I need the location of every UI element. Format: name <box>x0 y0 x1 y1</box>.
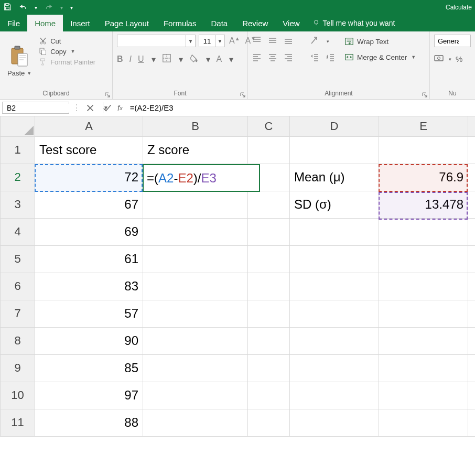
cell[interactable] <box>143 273 248 300</box>
format-painter-button[interactable]: Format Painter <box>39 58 95 66</box>
cell[interactable] <box>248 409 290 436</box>
cell[interactable] <box>379 354 468 382</box>
enter-formula-button[interactable] <box>99 100 115 116</box>
copy-button[interactable]: Copy▼ <box>39 47 95 56</box>
formula-input[interactable]: =(A2-E2)/E3 <box>127 100 475 116</box>
borders-button[interactable] <box>162 53 171 65</box>
cell[interactable] <box>248 382 290 409</box>
cell[interactable] <box>290 354 379 382</box>
cell[interactable]: 90 <box>35 327 143 354</box>
cell[interactable] <box>379 273 468 300</box>
currency-icon[interactable] <box>434 53 444 64</box>
cell[interactable] <box>290 136 379 164</box>
cell[interactable]: Test score <box>35 136 143 164</box>
align-right-icon[interactable] <box>284 52 293 64</box>
cell[interactable] <box>468 354 476 382</box>
cell[interactable] <box>248 136 290 164</box>
font-size-combo[interactable]: ▼ <box>199 35 225 47</box>
cell[interactable] <box>248 191 290 218</box>
cell[interactable]: Mean (μ) <box>290 164 379 191</box>
cell[interactable] <box>143 409 248 436</box>
tab-view[interactable]: View <box>275 15 307 31</box>
chevron-down-icon[interactable]: ▼ <box>215 35 224 47</box>
cell[interactable] <box>143 191 248 218</box>
col-header-b[interactable]: B <box>143 116 248 136</box>
font-size-input[interactable] <box>199 35 215 47</box>
cell[interactable] <box>468 300 476 327</box>
cell[interactable] <box>248 245 290 273</box>
col-header-c[interactable]: C <box>248 116 290 136</box>
cell[interactable] <box>143 218 248 245</box>
cell[interactable] <box>143 354 248 382</box>
cell[interactable] <box>468 409 476 436</box>
wrap-text-button[interactable]: Wrap Text <box>344 37 416 46</box>
cell[interactable] <box>290 300 379 327</box>
cell[interactable] <box>468 245 476 273</box>
cell[interactable]: 83 <box>35 273 143 300</box>
cell[interactable] <box>379 327 468 354</box>
align-center-icon[interactable] <box>268 52 277 64</box>
clipboard-launcher-icon[interactable] <box>104 91 111 97</box>
cell[interactable]: 97 <box>35 382 143 409</box>
cell[interactable] <box>468 327 476 354</box>
cell[interactable] <box>379 409 468 436</box>
font-color-button[interactable]: A <box>217 55 222 64</box>
row-header[interactable]: 6 <box>1 273 35 300</box>
row-header[interactable]: 8 <box>1 327 35 354</box>
row-header[interactable]: 7 <box>1 300 35 327</box>
align-middle-icon[interactable] <box>268 36 277 47</box>
align-top-icon[interactable] <box>252 36 262 47</box>
tell-me-search[interactable]: Tell me what you want <box>307 15 395 31</box>
undo-dropdown-icon[interactable]: ▾ <box>35 5 37 10</box>
grow-font-icon[interactable]: A▲ <box>228 36 241 46</box>
col-header-a[interactable]: A <box>35 116 143 136</box>
cell[interactable] <box>468 191 476 218</box>
tab-file[interactable]: File <box>0 15 27 31</box>
cell-editor[interactable]: =(A2-E2)/E3 <box>143 164 260 192</box>
tab-data[interactable]: Data <box>203 15 235 31</box>
font-name-combo[interactable]: ▼ <box>117 35 196 47</box>
tab-home[interactable]: Home <box>27 15 63 31</box>
col-header-f[interactable] <box>468 116 476 136</box>
name-box[interactable]: ▼ <box>2 102 69 114</box>
cell[interactable] <box>290 327 379 354</box>
row-header[interactable]: 4 <box>1 218 35 245</box>
cell[interactable] <box>248 273 290 300</box>
col-header-d[interactable]: D <box>290 116 379 136</box>
cancel-formula-button[interactable] <box>82 100 99 116</box>
bold-button[interactable]: B <box>117 55 123 64</box>
save-icon[interactable] <box>3 3 12 13</box>
row-header[interactable]: 10 <box>1 382 35 409</box>
select-all-corner[interactable] <box>1 116 35 136</box>
worksheet[interactable]: A B C D E 1 Test score Z score 2 72 Mean… <box>0 116 475 437</box>
cell[interactable] <box>248 327 290 354</box>
cell[interactable]: 88 <box>35 409 143 436</box>
cell[interactable] <box>468 164 476 191</box>
font-name-input[interactable] <box>117 35 186 47</box>
italic-button[interactable]: I <box>129 55 132 64</box>
tab-insert[interactable]: Insert <box>63 15 98 31</box>
row-header[interactable]: 11 <box>1 409 35 436</box>
col-header-e[interactable]: E <box>379 116 468 136</box>
cell[interactable] <box>290 273 379 300</box>
number-format-combo[interactable] <box>434 35 471 47</box>
cell[interactable] <box>379 136 468 164</box>
tab-formulas[interactable]: Formulas <box>156 15 204 31</box>
cell[interactable] <box>379 382 468 409</box>
row-header[interactable]: 9 <box>1 354 35 382</box>
cell[interactable] <box>468 273 476 300</box>
align-bottom-icon[interactable] <box>284 36 293 47</box>
row-header[interactable]: 3 <box>1 191 35 218</box>
underline-button[interactable]: U <box>138 55 144 64</box>
cut-button[interactable]: Cut <box>39 37 95 45</box>
cell[interactable] <box>248 300 290 327</box>
cell[interactable]: 67 <box>35 191 143 218</box>
cell[interactable] <box>379 218 468 245</box>
cell[interactable]: 85 <box>35 354 143 382</box>
cell[interactable] <box>468 136 476 164</box>
cell[interactable] <box>143 300 248 327</box>
cell[interactable] <box>248 218 290 245</box>
cell[interactable] <box>290 409 379 436</box>
paste-button[interactable]: Paste▼ <box>4 35 35 88</box>
alignment-launcher-icon[interactable] <box>422 91 428 97</box>
